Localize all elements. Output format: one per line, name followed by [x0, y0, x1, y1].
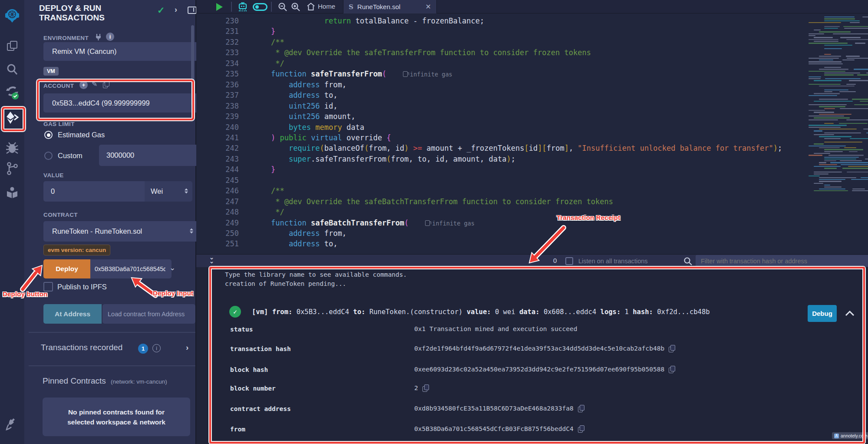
code-editor[interactable]: 230 return totalBalance - frozenBalance;…: [196, 13, 868, 254]
copy-icon[interactable]: [669, 366, 675, 373]
gas-limit-label: GAS LIMIT: [43, 121, 75, 127]
learneth-icon[interactable]: [0, 186, 24, 199]
code-line[interactable]: 231 }: [196, 26, 275, 36]
search-icon[interactable]: [0, 63, 24, 76]
collapse-receipt-icon[interactable]: [845, 310, 855, 316]
debugger-icon[interactable]: [0, 141, 24, 155]
divider: [29, 365, 195, 366]
plug-icon[interactable]: [95, 33, 102, 41]
git-icon[interactable]: [0, 162, 24, 176]
debug-button[interactable]: Debug: [808, 305, 837, 322]
code-line[interactable]: 241 ) public virtual override {: [196, 133, 391, 143]
copy-account-icon[interactable]: [103, 81, 109, 88]
divider: [29, 332, 195, 333]
minimap[interactable]: [807, 15, 868, 252]
solidity-compiler-icon[interactable]: [0, 85, 24, 100]
code-line[interactable]: 243 super.safeTransferFrom(from, to, id,…: [196, 154, 515, 164]
transaction-summary[interactable]: [vm] from: 0x5B3...eddC4 to: RuneToken.(…: [252, 308, 710, 316]
annotely-logo-icon: A: [834, 434, 839, 438]
value-label: VALUE: [43, 172, 64, 179]
deploy-button[interactable]: Deploy: [43, 259, 90, 278]
copy-icon[interactable]: [578, 405, 584, 412]
receipt-row-label: contract address: [230, 405, 291, 412]
receipt-row-label: block number: [230, 385, 276, 392]
receipt-row-value: 0x5B38Da6a701c568545dCfcB03FcB875f56bedd…: [414, 425, 584, 432]
copilot-toggle[interactable]: [253, 3, 267, 11]
transactions-count-badge: 1: [138, 344, 148, 354]
at-address-input[interactable]: Load contract from Address: [102, 304, 195, 324]
code-line[interactable]: 246 /**: [196, 186, 284, 196]
run-script-icon[interactable]: [216, 3, 223, 11]
tab-home[interactable]: Home: [318, 3, 335, 10]
tab-runetoken-sol[interactable]: S RuneToken.sol ✕: [343, 0, 437, 13]
plugin-manager-icon[interactable]: [0, 418, 24, 431]
gas-pump-icon: [403, 71, 408, 77]
environment-select[interactable]: Remix VM (Cancun): [43, 42, 215, 61]
account-label: ACCOUNT: [43, 83, 74, 89]
code-line[interactable]: 239 uint256 amount,: [196, 111, 355, 122]
receipt-row-value: 0x1 Transaction mined and execution succ…: [414, 325, 577, 332]
estimated-gas-radio[interactable]: [44, 131, 53, 139]
chevron-down-icon[interactable]: ⌄: [169, 263, 175, 272]
zoom-in-icon[interactable]: [291, 2, 300, 12]
receipt-row-value: 2: [414, 384, 429, 391]
value-unit-select[interactable]: Wei: [145, 181, 192, 202]
code-line[interactable]: 248 */: [196, 207, 284, 217]
terminal[interactable]: Type the library name to see available c…: [196, 267, 868, 444]
code-line[interactable]: 244 }: [196, 164, 275, 175]
code-line[interactable]: 236 address from,: [196, 80, 347, 90]
info-icon[interactable]: i: [152, 344, 161, 352]
code-line[interactable]: 240 bytes memory data: [196, 122, 364, 133]
code-line[interactable]: 238 uint256 id,: [196, 101, 338, 111]
code-line[interactable]: 250 address from,: [196, 228, 347, 239]
edit-account-icon[interactable]: ✎: [92, 80, 97, 88]
receipt-row-label: transaction hash: [230, 345, 291, 352]
code-line[interactable]: 230 return totalBalance - frozenBalance;: [196, 16, 484, 26]
pin-panel-icon[interactable]: [188, 7, 197, 14]
deploy-run-icon[interactable]: [0, 110, 24, 125]
home-icon[interactable]: [307, 3, 315, 11]
info-icon[interactable]: i: [106, 33, 114, 41]
collapse-terminal-icon[interactable]: ⌄⌄: [209, 255, 214, 263]
estimated-gas-label: Estimated Gas: [58, 131, 105, 139]
code-line[interactable]: 251 address to,: [196, 239, 338, 249]
code-line[interactable]: 232 /**: [196, 37, 284, 47]
custom-gas-radio[interactable]: [44, 152, 53, 160]
panel-scrollbar[interactable]: [191, 25, 194, 106]
add-account-icon[interactable]: +: [79, 81, 88, 89]
file-explorer-icon[interactable]: [0, 40, 24, 52]
code-line[interactable]: 233 * @dev Override the safeTransferFrom…: [196, 47, 591, 58]
deploy-input[interactable]: 0x5B38Da6a701c568545dCfcB03FcB875f56bedd…: [90, 259, 172, 278]
code-line[interactable]: 235 function safeTransferFrom(infinite g…: [196, 69, 452, 79]
close-tab-icon[interactable]: ✕: [426, 3, 431, 11]
copy-icon[interactable]: [669, 345, 675, 352]
copy-icon[interactable]: [578, 425, 584, 432]
publish-ipfs-label: Publish to IPFS: [57, 283, 107, 291]
zoom-out-icon[interactable]: [278, 2, 287, 12]
remix-logo-icon[interactable]: [0, 7, 24, 24]
account-select[interactable]: 0x5B3...eddC4 (99.999999999: [43, 93, 200, 113]
code-line[interactable]: 247 * @dev Override the safeBatchTransfe…: [196, 196, 613, 207]
chevron-right-icon[interactable]: ›: [186, 343, 188, 352]
code-line[interactable]: 234 */: [196, 58, 284, 69]
chevron-right-icon[interactable]: ›: [175, 5, 177, 14]
filter-transactions-input[interactable]: [696, 255, 868, 267]
terminal-log-line: creation of RuneToken pending...: [225, 280, 346, 287]
contract-select[interactable]: RuneToken - RuneToken.sol: [43, 221, 199, 242]
activity-bar: [0, 0, 24, 444]
at-address-button[interactable]: At Address: [43, 304, 102, 324]
code-line[interactable]: 245: [196, 175, 253, 186]
copy-icon[interactable]: [422, 384, 429, 391]
annotely-watermark: A annotely.com: [832, 432, 868, 439]
listen-all-transactions-checkbox[interactable]: [565, 257, 573, 265]
environment-label: ENVIRONMENT: [43, 35, 89, 41]
transaction-count: 0: [553, 257, 557, 264]
pinned-contracts-label: Pinned Contracts (network: vm-cancun): [43, 376, 167, 386]
code-line[interactable]: 242 require(balanceOf(from, id) >= amoun…: [196, 143, 782, 153]
code-line[interactable]: 237 address to,: [196, 90, 338, 100]
value-input[interactable]: 0: [43, 181, 152, 202]
search-icon[interactable]: [683, 257, 692, 265]
ai-assistant-icon[interactable]: [237, 2, 248, 12]
terminal-log-line: Type the library name to see available c…: [225, 271, 407, 278]
code-line[interactable]: 249 function safeBatchTransferFrom(infin…: [196, 218, 475, 228]
